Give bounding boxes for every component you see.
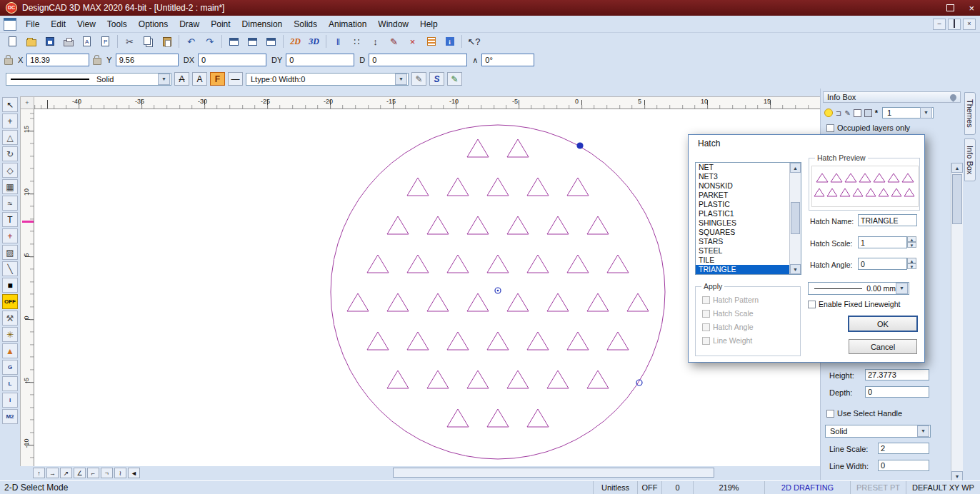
- list-vertical-scrollbar[interactable]: ▲ ▼: [789, 163, 801, 274]
- menu-draw[interactable]: Draw: [174, 17, 205, 31]
- pin-icon[interactable]: [949, 93, 958, 102]
- polygon-tool[interactable]: △: [2, 130, 18, 145]
- ok-button[interactable]: OK: [849, 316, 917, 331]
- arc-tool[interactable]: ↻: [2, 146, 18, 161]
- tile-windows-icon[interactable]: [225, 34, 243, 50]
- scrollbar-thumb[interactable]: [791, 202, 800, 234]
- cancel-button[interactable]: Cancel: [849, 339, 917, 354]
- coord-field-d[interactable]: 0: [369, 54, 467, 66]
- info-box-header[interactable]: Info Box: [823, 91, 961, 103]
- occupied-layers-checkbox[interactable]: Occupied layers only: [826, 123, 910, 132]
- hatch-list-item-shingles[interactable]: SHINGLES: [696, 218, 790, 228]
- select-tool[interactable]: ↖: [2, 97, 18, 112]
- dash-style-button[interactable]: —: [228, 72, 243, 86]
- split-window-icon[interactable]: [262, 34, 280, 50]
- checkbox[interactable]: [808, 301, 816, 308]
- view-nav-button-1[interactable]: →: [46, 468, 59, 478]
- height-field[interactable]: 27.3773: [865, 369, 929, 380]
- layer-box2-icon[interactable]: [864, 109, 872, 117]
- apply-line-weight-checkbox[interactable]: Line Weight: [702, 336, 759, 345]
- coord-field-dy[interactable]: 0: [286, 54, 354, 66]
- delete-icon[interactable]: ×: [404, 34, 421, 50]
- coord-field-y[interactable]: 9.56: [116, 54, 179, 66]
- cascade-windows-icon[interactable]: [244, 34, 261, 50]
- layer-select[interactable]: 1 ▼: [882, 107, 934, 119]
- coord-field-dx[interactable]: 0: [198, 54, 266, 66]
- menu-help[interactable]: Help: [414, 17, 444, 31]
- hatch-list-item-net3[interactable]: NET3: [696, 172, 790, 181]
- menu-dimension[interactable]: Dimension: [236, 17, 289, 31]
- scrollbar-thumb[interactable]: [952, 174, 962, 224]
- m2-tool[interactable]: M2: [2, 409, 18, 424]
- mode-2d-button[interactable]: 2D: [286, 34, 304, 50]
- g-snap-tool[interactable]: G: [2, 360, 18, 375]
- copy-icon[interactable]: [139, 34, 157, 50]
- menu-window[interactable]: Window: [372, 17, 414, 31]
- pen-color-button[interactable]: ✎: [447, 72, 462, 86]
- spline-button[interactable]: S: [429, 72, 444, 86]
- restore-window-button[interactable]: [946, 4, 954, 11]
- fixed-lineweight-checkbox[interactable]: Enable Fixed Lineweight: [808, 300, 900, 308]
- layer-edit-icon[interactable]: ✎: [844, 109, 850, 117]
- view-nav-button-7[interactable]: ◄: [128, 468, 140, 478]
- view-nav-button-2[interactable]: ↗: [60, 468, 72, 478]
- scroll-down-icon[interactable]: ▼: [790, 264, 801, 274]
- line-width-field[interactable]: 0: [878, 460, 929, 471]
- layer-lock-icon[interactable]: ⊐: [836, 109, 841, 117]
- menu-edit[interactable]: Edit: [45, 17, 71, 31]
- hatch-scale-field[interactable]: 1: [858, 236, 907, 248]
- cone-tool[interactable]: ▲: [2, 343, 18, 358]
- menu-animation[interactable]: Animation: [323, 17, 372, 31]
- view-nav-button-0[interactable]: ↑: [33, 468, 45, 478]
- hatch-scale-spinner[interactable]: ▲▼: [907, 236, 916, 248]
- print-icon[interactable]: [59, 34, 77, 50]
- scroll-down-icon[interactable]: ▼: [951, 471, 963, 481]
- hatch-list-item-steel[interactable]: STEEL: [696, 246, 790, 256]
- scroll-up-icon[interactable]: ▲: [951, 163, 963, 173]
- layer-box-icon[interactable]: [854, 109, 861, 117]
- hatch-angle-spinner[interactable]: ▲▼: [907, 258, 916, 269]
- ltype-dropdown[interactable]: Ltype:0 Width:0 ▼: [246, 73, 409, 86]
- paste-icon[interactable]: [158, 34, 176, 50]
- hatch-list-item-triangle[interactable]: TRIANGLE: [696, 265, 790, 274]
- pan-tool[interactable]: +: [2, 114, 18, 128]
- menu-point[interactable]: Point: [205, 17, 236, 31]
- text-tool[interactable]: T: [2, 212, 18, 227]
- apply-hatch-angle-checkbox[interactable]: Hatch Angle: [702, 323, 759, 331]
- menu-file[interactable]: File: [20, 17, 45, 31]
- undo-icon[interactable]: ↶: [182, 34, 200, 50]
- apply-hatch-pattern-checkbox[interactable]: Hatch Pattern: [702, 296, 759, 304]
- coord-field-∧[interactable]: 0°: [481, 54, 534, 66]
- hatch-list-item-plastic[interactable]: PLASTIC: [696, 200, 790, 209]
- line-style-dropdown[interactable]: Solid ▼: [6, 73, 171, 86]
- axis-icon[interactable]: ↕: [366, 34, 384, 50]
- hatch-list-item-tile[interactable]: TILE: [696, 256, 790, 265]
- new-icon[interactable]: [4, 34, 21, 50]
- point-tool[interactable]: +: [2, 228, 18, 243]
- save-icon[interactable]: [41, 34, 59, 50]
- checkbox[interactable]: [826, 124, 834, 132]
- menu-solids[interactable]: Solids: [288, 17, 323, 31]
- panel-vertical-scrollbar[interactable]: ▲ ▼: [951, 163, 963, 481]
- close-window-button[interactable]: ×: [969, 4, 974, 13]
- i-snap-tool[interactable]: I: [2, 393, 18, 408]
- l-snap-tool[interactable]: L: [2, 376, 18, 391]
- print-preview-icon[interactable]: [78, 34, 96, 50]
- hatch-list-item-plastic1[interactable]: PLASTIC1: [696, 209, 790, 218]
- checkbox[interactable]: [826, 410, 834, 418]
- mdi-minimize-button[interactable]: –: [933, 19, 946, 30]
- line-scale-field[interactable]: 2: [878, 443, 929, 454]
- context-help-icon[interactable]: ↖?: [465, 34, 483, 50]
- lineweight-dropdown[interactable]: 0.00 mm ▼: [808, 282, 909, 295]
- hatch-list-item-stars[interactable]: STARS: [696, 237, 790, 246]
- hammer-tool[interactable]: ⚒: [2, 311, 18, 326]
- wand-tool[interactable]: ✳: [2, 327, 18, 342]
- fill-button[interactable]: F: [210, 72, 225, 86]
- use-select-handle-checkbox[interactable]: Use Select Handle: [826, 409, 902, 418]
- info-box-icon[interactable]: [441, 34, 459, 50]
- color-swatch[interactable]: ■: [2, 278, 18, 293]
- point-display-icon[interactable]: ∷: [348, 34, 366, 50]
- scroll-up-icon[interactable]: ▲: [790, 163, 801, 173]
- apply-hatch-scale-checkbox[interactable]: Hatch Scale: [702, 309, 759, 318]
- mdi-restore-button[interactable]: [948, 19, 961, 30]
